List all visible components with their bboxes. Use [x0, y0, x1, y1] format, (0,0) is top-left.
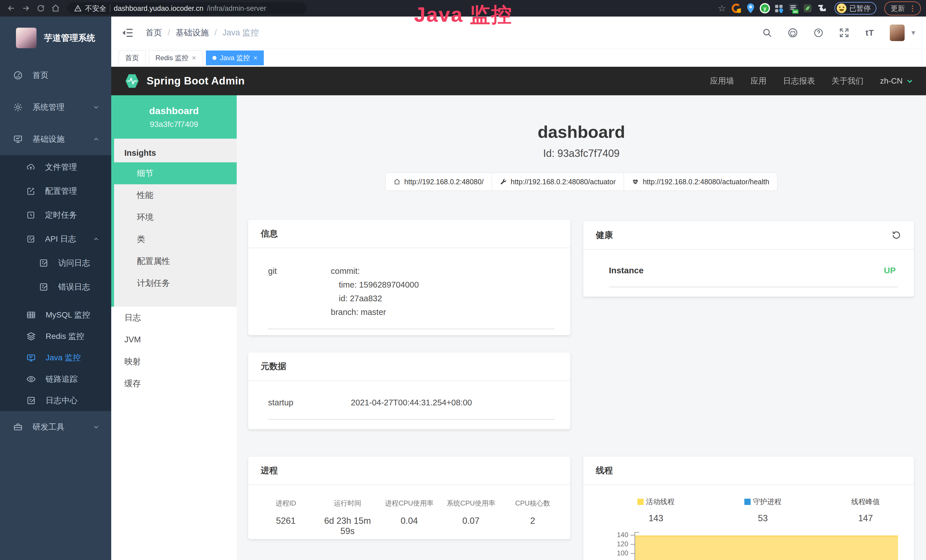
- sba-nav-journal[interactable]: 日志报表: [783, 76, 815, 86]
- sidebar-item-log-center[interactable]: 日志中心: [0, 390, 111, 411]
- back-icon[interactable]: [5, 2, 17, 14]
- app-logo[interactable]: 芋道管理系统: [0, 17, 111, 59]
- sidebar-item-file[interactable]: 文件管理: [0, 155, 111, 179]
- sba-item-mappings[interactable]: 映射: [111, 351, 237, 372]
- sba-brand[interactable]: Spring Boot Admin: [124, 73, 245, 89]
- sba-item-caches[interactable]: 缓存: [111, 372, 237, 395]
- sidebar-item-api-log[interactable]: API 日志: [0, 227, 111, 251]
- url-host[interactable]: dashboard.yudao.iocoder.cn: [114, 4, 203, 12]
- wrench-icon: [500, 178, 507, 185]
- doc-edit-icon: [39, 282, 48, 292]
- sidebar-item-dev-tools[interactable]: 研发工具: [0, 411, 111, 443]
- bookmark-star-icon[interactable]: ☆: [716, 2, 728, 14]
- text-size-icon[interactable]: tT: [864, 27, 876, 38]
- sba-item-details[interactable]: 细节: [111, 162, 237, 184]
- chevron-up-icon: [92, 136, 100, 143]
- sidebar-item-redis[interactable]: Redis 监控: [0, 325, 111, 347]
- address-bar[interactable]: 不安全 dashboard.yudao.iocoder.cn/infra/adm…: [67, 2, 307, 14]
- tab-close-icon[interactable]: ×: [192, 54, 196, 62]
- clock-task-icon: [26, 210, 35, 219]
- annotation-text: Java 监控: [414, 1, 513, 29]
- tab-java[interactable]: Java 监控 ×: [206, 50, 264, 65]
- page: 不安全 dashboard.yudao.iocoder.cn/infra/adm…: [0, 0, 926, 560]
- tab-redis[interactable]: Redis 监控 ×: [149, 50, 203, 65]
- sba-item-env[interactable]: 环境: [114, 206, 237, 228]
- logo-image: [16, 28, 36, 48]
- sba-item-configprops[interactable]: 配置属性: [114, 250, 237, 272]
- browser-menu-icon[interactable]: ⋮: [909, 5, 916, 12]
- sba-item-classes[interactable]: 类: [114, 228, 237, 250]
- sidebar-item-java[interactable]: Java 监控: [0, 347, 111, 368]
- profile-chip[interactable]: 已暂停: [834, 2, 876, 15]
- sba-locale-select[interactable]: zh-CN: [880, 76, 914, 86]
- sba-item-jvm[interactable]: JVM: [111, 328, 237, 351]
- sidebar-item-mysql[interactable]: MySQL 监控: [0, 304, 111, 325]
- layers-icon: [26, 331, 36, 341]
- sba-nav-applications[interactable]: 应用: [750, 76, 767, 86]
- tab-home[interactable]: 首页: [119, 50, 145, 65]
- doc-edit-icon: [26, 235, 35, 244]
- sidebar-item-infra[interactable]: 基础设施: [0, 123, 111, 155]
- home-icon[interactable]: [50, 2, 62, 14]
- health-instance-label[interactable]: Instance: [609, 266, 644, 275]
- sba-nav-wallboard[interactable]: 应用墙: [710, 76, 734, 86]
- chevron-down-icon: [92, 423, 100, 431]
- user-avatar[interactable]: [890, 24, 905, 41]
- sba-logo-icon: [124, 73, 140, 89]
- infra-submenu: 文件管理 配置管理 定时任务 API 日志 访问日志 错误日志: [0, 155, 111, 411]
- search-icon[interactable]: [761, 27, 773, 38]
- extension-icon-grid[interactable]: [773, 3, 785, 14]
- sidebar-item-access-log[interactable]: 访问日志: [0, 251, 111, 275]
- endpoint-health-link[interactable]: http://192.168.0.2:48080/actuator/health: [624, 173, 778, 191]
- github-icon[interactable]: [787, 27, 799, 38]
- y-tick-140: 140: [617, 531, 628, 539]
- sidebar-item-error-log[interactable]: 错误日志: [0, 275, 111, 299]
- forward-icon[interactable]: [20, 2, 32, 14]
- sba-item-logfile[interactable]: 日志: [111, 307, 237, 328]
- endpoint-actuator-link[interactable]: http://192.168.0.2:48080/actuator: [492, 173, 624, 191]
- extension-icon-leaf[interactable]: [802, 3, 813, 14]
- insights-title: Insights: [114, 144, 237, 162]
- extensions-puzzle-icon[interactable]: [816, 3, 828, 14]
- metadata-panel-title: 元数据: [261, 360, 286, 372]
- extension-icon-onetab[interactable]: on: [788, 3, 799, 14]
- active-tab-dot: [212, 56, 216, 60]
- sidebar-item-trace[interactable]: 链路追踪: [0, 368, 111, 390]
- breadcrumb-home[interactable]: 首页: [145, 27, 162, 38]
- sba-nav-about[interactable]: 关于我们: [832, 76, 864, 86]
- fullscreen-icon[interactable]: [838, 27, 850, 38]
- y-tick-120: 120: [617, 540, 628, 548]
- process-panel-title: 进程: [261, 465, 278, 477]
- instance-header[interactable]: dashboard 93a3fc7f7409: [111, 95, 237, 139]
- extension-icon-pin[interactable]: [745, 3, 756, 14]
- dashboard-icon: [13, 70, 23, 80]
- history-icon[interactable]: [891, 230, 902, 240]
- reload-icon[interactable]: [35, 2, 47, 14]
- sidebar-item-system[interactable]: 系统管理: [0, 91, 111, 123]
- sidebar-item-job[interactable]: 定时任务: [0, 203, 111, 227]
- breadcrumb: 首页 / 基础设施 / Java 监控: [145, 27, 259, 38]
- security-label[interactable]: 不安全: [85, 4, 106, 13]
- help-icon[interactable]: [813, 27, 824, 38]
- tab-close-icon[interactable]: ×: [253, 54, 257, 62]
- sba-brand-title: Spring Boot Admin: [147, 75, 245, 87]
- update-button[interactable]: 更新 ⋮: [884, 2, 921, 15]
- collapse-menu-icon[interactable]: [122, 27, 134, 39]
- update-label: 更新: [891, 4, 905, 13]
- sba-item-metrics[interactable]: 性能: [114, 184, 237, 206]
- app-title: 芋道管理系统: [44, 32, 95, 44]
- extension-icon-orange[interactable]: [731, 3, 742, 14]
- endpoint-root-link[interactable]: http://192.168.0.2:48080/: [385, 173, 492, 191]
- breadcrumb-infra[interactable]: 基础设施: [176, 27, 209, 38]
- extension-icon-y-circle[interactable]: y: [759, 3, 770, 14]
- instance-title: dashboard: [237, 122, 926, 142]
- gear-icon: [13, 102, 23, 112]
- avatar-caret-icon[interactable]: ▾: [911, 28, 915, 37]
- sidebar-item-home[interactable]: 首页: [0, 59, 111, 91]
- process-col-process-cpu: 进程CPU使用率 0.04: [378, 499, 440, 536]
- sba-item-scheduledtasks[interactable]: 计划任务: [114, 272, 237, 294]
- url-path[interactable]: /infra/admin-server: [207, 4, 266, 12]
- sidebar-item-config[interactable]: 配置管理: [0, 179, 111, 203]
- warning-icon: [74, 5, 82, 12]
- monitor-icon: [13, 135, 23, 144]
